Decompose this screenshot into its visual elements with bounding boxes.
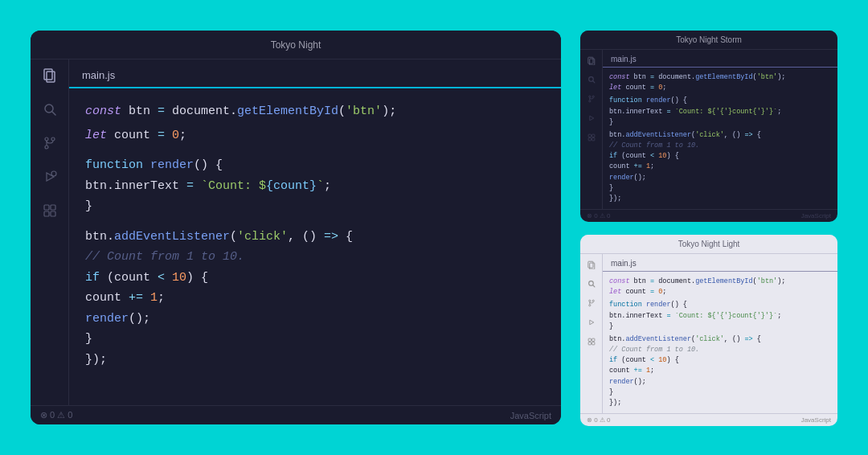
editor-body: main.js const btn = document.getElementB… [31,59,561,405]
svg-rect-13 [588,57,593,64]
svg-rect-12 [51,211,55,216]
mini-light-body: main.js const btn = document.getElementB… [580,254,837,413]
search-icon[interactable] [40,100,59,119]
source-control-icon[interactable] [40,133,59,153]
mini-light-status-lang: JavaScript [801,416,831,424]
svg-point-8 [51,171,56,176]
svg-rect-9 [44,205,49,210]
svg-point-31 [588,305,590,306]
mini-dark-search-icon [586,74,597,85]
run-debug-icon[interactable] [40,167,59,187]
svg-rect-24 [592,138,594,141]
svg-line-3 [52,112,55,115]
svg-rect-10 [51,205,55,210]
mini-dark-body: main.js const btn = document.getElementB… [580,50,837,209]
mini-dark-git-icon [586,93,597,105]
mini-light-editor: Tokyo Night Light [580,235,837,426]
mini-light-title: Tokyo Night Light [678,240,740,248]
activity-bar [31,59,69,405]
main-editor-panel: Tokyo Night [31,31,561,424]
mini-light-titlebar: Tokyo Night Light [580,235,837,254]
svg-point-18 [592,96,594,97]
main-status-bar: ⊗ 0 ⚠ 0 JavaScript [31,405,561,424]
mini-dark-files-icon [586,55,597,66]
svg-rect-21 [588,134,591,137]
status-language: JavaScript [510,411,551,420]
mini-light-search-icon [586,278,597,289]
svg-rect-35 [588,342,591,345]
svg-rect-11 [44,211,49,216]
mini-dark-content: main.js const btn = document.getElementB… [603,50,837,209]
svg-rect-36 [592,342,594,345]
mini-dark-status-errors: ⊗ 0 ⚠ 0 [587,212,611,219]
svg-rect-0 [44,69,52,80]
mini-light-run-icon [586,317,597,328]
mini-dark-tab-bar: main.js [603,50,837,68]
svg-rect-25 [588,261,593,268]
mini-dark-ext-icon [586,132,597,143]
main-editor-titlebar: Tokyo Night [31,31,561,59]
svg-point-19 [588,100,590,102]
svg-point-6 [45,146,48,149]
mini-dark-editor: Tokyo Night Storm [580,31,837,222]
mini-light-ext-icon [586,336,597,347]
editor-content: main.js const btn = document.getElementB… [69,59,561,405]
mini-light-status: ⊗ 0 ⚠ 0 JavaScript [580,413,837,426]
files-icon[interactable] [40,66,59,85]
mini-light-files-icon [586,259,597,270]
mini-dark-status-lang: JavaScript [801,212,831,219]
right-panels: Tokyo Night Storm [580,31,837,426]
svg-point-30 [592,300,594,301]
main-tab[interactable]: main.js [69,63,128,88]
mini-light-tab: main.js [603,255,645,271]
mini-light-activity [580,254,603,413]
mini-dark-titlebar: Tokyo Night Storm [580,31,837,50]
mini-dark-status: ⊗ 0 ⚠ 0 JavaScript [580,209,837,222]
mini-dark-activity [580,50,603,209]
mini-light-code: const btn = document.getElementById('btn… [603,272,837,413]
svg-rect-33 [588,338,591,341]
svg-rect-22 [592,134,594,137]
mini-dark-tab: main.js [603,51,645,67]
main-editor-title: Tokyo Night [271,39,321,51]
mini-light-tab-bar: main.js [603,254,837,272]
svg-point-4 [45,137,48,141]
mini-dark-run-icon [586,113,597,124]
main-tab-bar: main.js [69,59,561,88]
mini-dark-title: Tokyo Night Storm [676,35,742,44]
svg-rect-14 [590,59,595,65]
mini-light-content: main.js const btn = document.getElementB… [603,254,837,413]
extensions-icon[interactable] [40,201,59,220]
mini-light-git-icon [586,297,597,309]
svg-line-16 [592,81,594,83]
svg-rect-23 [588,138,591,141]
svg-point-17 [588,96,590,97]
mini-dark-code: const btn = document.getElementById('btn… [603,68,837,209]
status-errors: ⊗ 0 ⚠ 0 [40,410,72,420]
mini-light-status-errors: ⊗ 0 ⚠ 0 [587,416,611,424]
svg-point-29 [588,300,590,301]
svg-rect-26 [590,263,595,269]
svg-rect-34 [592,338,594,341]
svg-rect-1 [47,72,55,82]
svg-line-28 [592,285,594,287]
svg-point-5 [51,137,55,141]
code-area: const btn = document.getElementById('btn… [69,88,561,405]
